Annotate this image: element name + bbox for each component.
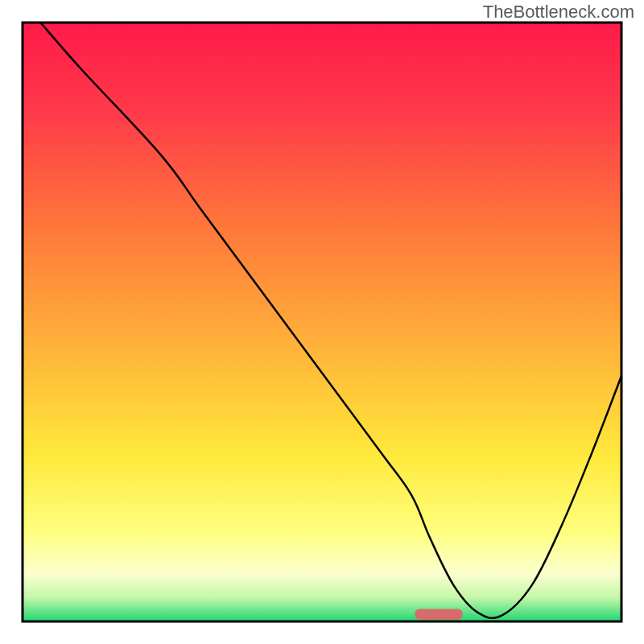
chart-container: TheBottleneck.com: [0, 0, 644, 644]
gradient-background: [23, 23, 621, 621]
watermark-label: TheBottleneck.com: [483, 2, 634, 23]
optimal-marker: [415, 609, 463, 619]
bottleneck-chart: [0, 0, 644, 644]
